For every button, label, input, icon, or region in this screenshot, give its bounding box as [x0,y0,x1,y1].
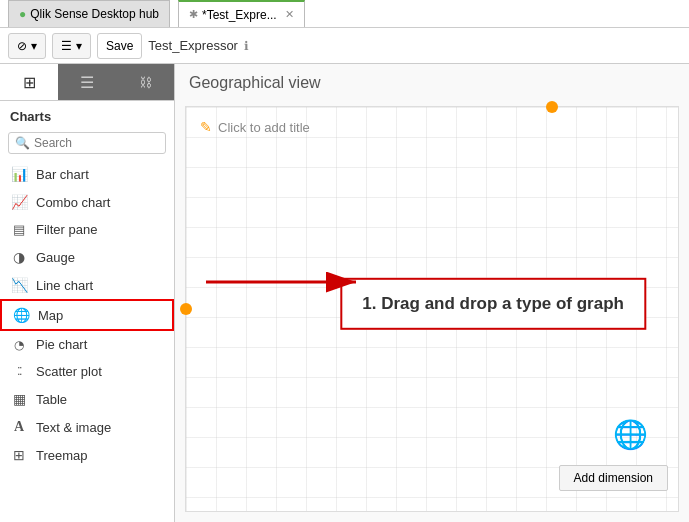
title-bar: ● Qlik Sense Desktop hub ✱ *Test_Expre..… [0,0,689,28]
list-tab-icon: ☰ [80,73,94,92]
filter-pane-label: Filter pane [36,222,97,237]
gauge-icon: ◑ [10,249,28,265]
grid-icon: ⊞ [23,73,36,92]
back-chevron: ▾ [31,39,37,53]
bar-chart-icon: 📊 [10,166,28,182]
chart-item-gauge[interactable]: ◑ Gauge [0,243,174,271]
scatter-plot-icon: ⁚⁚ [10,365,28,378]
drag-drop-label: 1. Drag and drop a type of graph [362,294,624,313]
chart-item-bar[interactable]: 📊 Bar chart [0,160,174,188]
treemap-label: Treemap [36,448,88,463]
save-button[interactable]: Save [97,33,142,59]
list-icon: ☰ [61,39,72,53]
gauge-label: Gauge [36,250,75,265]
info-icon[interactable]: ℹ [244,39,249,53]
map-label: Map [38,308,63,323]
treemap-icon: ⊞ [10,447,28,463]
chart-item-text-image[interactable]: A Text & image [0,413,174,441]
chart-item-combo[interactable]: 📈 Combo chart [0,188,174,216]
text-image-label: Text & image [36,420,111,435]
chart-item-map[interactable]: 🌐 Map [0,299,174,331]
globe-icon: 🌐 [613,418,648,451]
hub-tab-label: Qlik Sense Desktop hub [30,7,159,21]
search-input[interactable] [34,136,159,150]
panel-tab-list[interactable]: ☰ [58,64,116,100]
combo-chart-label: Combo chart [36,195,110,210]
canvas-content[interactable]: ✎ Click to add title 1. Drag and drop a … [185,106,679,512]
pencil-icon: ✎ [200,119,212,135]
table-icon: ▦ [10,391,28,407]
search-icon: 🔍 [15,136,30,150]
pie-chart-label: Pie chart [36,337,87,352]
chart-list: 📊 Bar chart 📈 Combo chart ▤ Filter pane … [0,160,174,522]
app-name: Test_Expressor [148,38,238,53]
back-icon: ⊘ [17,39,27,53]
geo-header: Geographical view [175,64,689,98]
map-icon: 🌐 [12,307,30,323]
main-layout: ⊞ ☰ ⛓ Charts 🔍 📊 Bar chart 📈 Combo chart [0,64,689,522]
line-chart-icon: 📉 [10,277,28,293]
panel-tabs: ⊞ ☰ ⛓ [0,64,174,101]
combo-chart-icon: 📈 [10,194,28,210]
filter-pane-icon: ▤ [10,222,28,237]
orange-handle-top[interactable] [546,101,558,113]
panel-tab-grid[interactable]: ⊞ [0,64,58,100]
toolbar: ⊘ ▾ ☰ ▾ Save Test_Expressor ℹ [0,28,689,64]
chart-item-pie[interactable]: ◔ Pie chart [0,331,174,358]
hub-tab-icon: ● [19,7,26,21]
chart-item-table[interactable]: ▦ Table [0,385,174,413]
charts-header: Charts [0,101,174,128]
save-label: Save [106,39,133,53]
pie-chart-icon: ◔ [10,338,28,352]
add-dimension-button[interactable]: Add dimension [559,465,668,491]
link-icon: ⛓ [139,75,152,90]
scatter-plot-label: Scatter plot [36,364,102,379]
left-panel: ⊞ ☰ ⛓ Charts 🔍 📊 Bar chart 📈 Combo chart [0,64,175,522]
tab-test[interactable]: ✱ *Test_Expre... ✕ [178,0,305,27]
list-chevron: ▾ [76,39,82,53]
back-button[interactable]: ⊘ ▾ [8,33,46,59]
search-box[interactable]: 🔍 [8,132,166,154]
list-button[interactable]: ☰ ▾ [52,33,91,59]
text-image-icon: A [10,419,28,435]
click-to-add-title[interactable]: ✎ Click to add title [200,119,310,135]
line-chart-label: Line chart [36,278,93,293]
test-tab-icon: ✱ [189,8,198,21]
add-dimension-label: Add dimension [574,471,653,485]
click-to-add-label: Click to add title [218,120,310,135]
chart-item-filter[interactable]: ▤ Filter pane [0,216,174,243]
chart-item-scatter[interactable]: ⁚⁚ Scatter plot [0,358,174,385]
tab-close-icon[interactable]: ✕ [285,8,294,21]
canvas-area: Geographical view ✎ Click to add title 1… [175,64,689,522]
test-tab-label: *Test_Expre... [202,8,277,22]
tab-hub[interactable]: ● Qlik Sense Desktop hub [8,0,170,27]
chart-item-treemap[interactable]: ⊞ Treemap [0,441,174,469]
table-label: Table [36,392,67,407]
chart-item-line[interactable]: 📉 Line chart [0,271,174,299]
bar-chart-label: Bar chart [36,167,89,182]
drag-drop-instruction: 1. Drag and drop a type of graph [340,278,646,330]
panel-tab-link[interactable]: ⛓ [116,64,174,100]
orange-handle-left[interactable] [180,303,192,315]
